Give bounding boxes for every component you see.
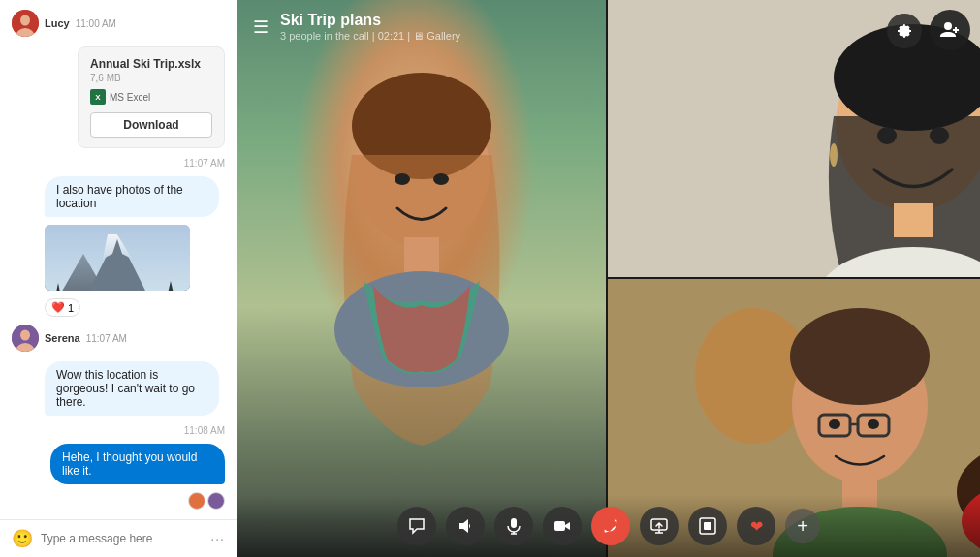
sender-name-lucy: Lucy: [45, 17, 70, 29]
svg-rect-16: [404, 237, 439, 276]
chat-button[interactable]: [397, 507, 436, 545]
svg-rect-68: [704, 522, 711, 530]
svg-point-19: [433, 173, 449, 185]
message-header-lucy: Lucy 11:00 AM: [12, 10, 225, 37]
svg-point-1: [20, 15, 30, 26]
call-subtitle: 3 people in the call | 02:21 | 🖥 Gallery: [280, 30, 460, 42]
mic-button[interactable]: [494, 507, 533, 545]
more-options-button[interactable]: ···: [210, 531, 225, 546]
sender-name-serena: Serena: [45, 332, 80, 344]
heart-reaction-icon: ❤: [750, 517, 763, 536]
bubble-received-2: Wow this location is gorgeous! I can't w…: [45, 361, 219, 416]
reaction-badge: ❤️ 1: [45, 298, 80, 317]
svg-rect-60: [511, 518, 517, 528]
file-attachment: Annual Ski Trip.xslx 7,6 MB X MS Excel D…: [78, 46, 225, 148]
timestamp-1: 11:07 AM: [12, 158, 225, 169]
more-controls-button[interactable]: +: [785, 509, 820, 543]
svg-point-26: [877, 127, 897, 144]
hamburger-button[interactable]: ☰: [253, 16, 269, 38]
main-video: [237, 0, 606, 557]
download-button[interactable]: Download: [90, 112, 212, 138]
file-size: 7,6 MB: [90, 73, 212, 83]
svg-rect-24: [894, 203, 933, 237]
add-participant-button[interactable]: [930, 10, 970, 50]
end-call-button[interactable]: [591, 507, 630, 545]
msg-time-serena: 11:07 AM: [86, 333, 127, 344]
reaction-count: 1: [68, 302, 74, 314]
svg-point-42: [695, 308, 811, 444]
bubble-sent-1: Hehe, I thought you would like it.: [50, 444, 225, 484]
message-header-serena: Serena 11:07 AM: [12, 325, 225, 352]
avatar-small-2: [207, 492, 225, 510]
svg-rect-63: [554, 521, 565, 531]
svg-point-11: [20, 330, 30, 341]
file-type-row: X MS Excel: [90, 89, 212, 105]
emoji-button[interactable]: 🙂: [12, 528, 33, 549]
excel-icon: X: [90, 89, 106, 105]
call-topbar: ☰ Ski Trip plans 3 people in the call | …: [237, 0, 980, 53]
file-type-label: MS Excel: [110, 92, 150, 103]
avatars-sent-row: [188, 492, 225, 510]
chat-panel: Lucy 11:00 AM Annual Ski Trip.xslx 7,6 M…: [0, 0, 237, 557]
chat-messages: Lucy 11:00 AM Annual Ski Trip.xslx 7,6 M…: [0, 0, 237, 519]
video-button[interactable]: [543, 507, 582, 545]
svg-point-27: [930, 127, 949, 144]
svg-point-50: [829, 419, 840, 429]
bubble-received-1: I also have photos of the location: [45, 176, 219, 217]
video-call-panel: ☰ Ski Trip plans 3 people in the call | …: [237, 0, 980, 557]
call-controls: ❤ +: [237, 495, 980, 557]
avatar-serena: [12, 325, 39, 352]
msg-time-lucy: 11:00 AM: [76, 18, 116, 29]
avatar-lucy: [12, 10, 39, 37]
file-attachment-wrapper: Annual Ski Trip.xslx 7,6 MB X MS Excel D…: [45, 46, 225, 148]
svg-point-28: [830, 143, 838, 167]
mountain-image: [45, 225, 190, 291]
heart-emoji: ❤️: [51, 301, 65, 314]
video-grid: [608, 0, 980, 557]
message-input[interactable]: [41, 532, 203, 545]
call-top-controls: [887, 10, 970, 50]
volume-button[interactable]: [446, 507, 485, 545]
file-name: Annual Ski Trip.xslx: [90, 57, 212, 71]
record-button[interactable]: [688, 507, 727, 545]
call-info: Ski Trip plans 3 people in the call | 02…: [280, 12, 460, 42]
svg-point-18: [395, 173, 410, 185]
settings-button[interactable]: [887, 14, 922, 48]
reaction-button[interactable]: ❤: [737, 507, 775, 545]
screen-share-button[interactable]: [640, 507, 679, 545]
chat-input-area: 🙂 ···: [0, 519, 237, 557]
svg-point-51: [868, 419, 879, 429]
main-video-scene: [237, 0, 606, 557]
avatar-small-1: [188, 492, 205, 510]
svg-point-44: [790, 308, 930, 405]
timestamp-2: 11:08 AM: [12, 425, 225, 436]
call-title: Ski Trip plans: [280, 12, 460, 29]
reaction-row: ❤️ 1: [45, 298, 225, 317]
